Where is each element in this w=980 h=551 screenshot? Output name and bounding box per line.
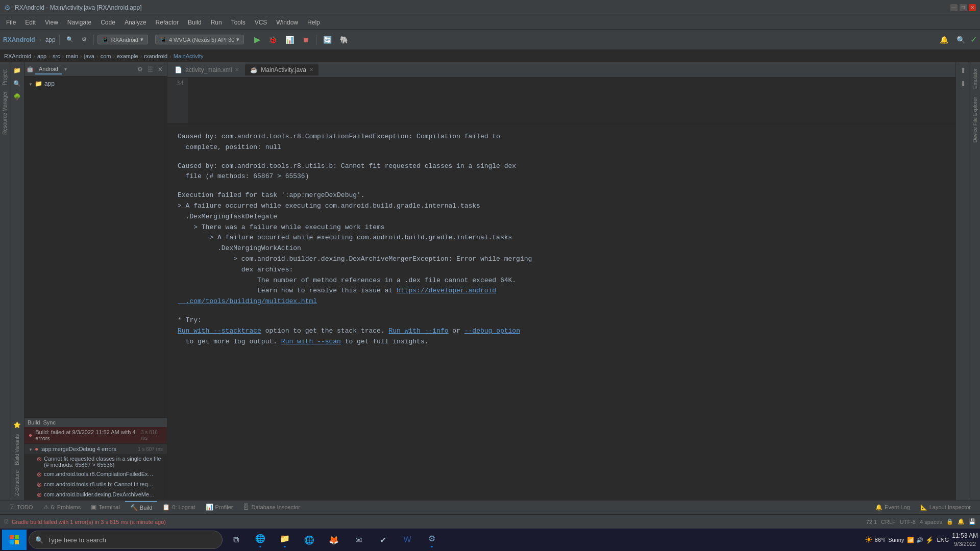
- minimize-button[interactable]: —: [950, 4, 958, 11]
- run-info-link[interactable]: Run with --info: [388, 327, 448, 335]
- battery-icon[interactable]: ⚡: [925, 536, 934, 544]
- task-view-btn[interactable]: ⧉: [225, 530, 247, 550]
- profiler-tab[interactable]: 📊 Profiler: [201, 502, 238, 513]
- menu-vcs[interactable]: VCS: [251, 17, 272, 28]
- chrome-app[interactable]: 🌐: [298, 530, 321, 550]
- volume-icon[interactable]: 🔊: [916, 537, 923, 543]
- breadcrumb-src[interactable]: src: [53, 53, 60, 59]
- settings-icon-btn[interactable]: ⚙: [79, 33, 90, 47]
- word-app[interactable]: W: [396, 530, 419, 550]
- menu-window[interactable]: Window: [272, 17, 302, 28]
- merge-task-item[interactable]: ● :app:mergeDexDebug 4 errors 1 s 607 ms: [24, 444, 167, 454]
- android-tab[interactable]: Android: [35, 64, 62, 74]
- debug-button[interactable]: 🐞: [265, 33, 280, 47]
- firefox-app[interactable]: 🦊: [323, 530, 345, 550]
- layout-inspector-tab[interactable]: 📐 Layout Inspector: [915, 502, 976, 513]
- breadcrumb-com[interactable]: com: [101, 53, 111, 59]
- search-everywhere-button[interactable]: 🔍: [63, 33, 77, 47]
- start-button[interactable]: [2, 530, 27, 550]
- breadcrumb-main[interactable]: main: [66, 53, 78, 59]
- terminal-tab[interactable]: ▣ Terminal: [86, 502, 125, 513]
- menu-run[interactable]: Run: [207, 17, 226, 28]
- todo-tab[interactable]: ☑ TODO: [4, 502, 38, 513]
- menu-view[interactable]: View: [41, 17, 62, 28]
- main-activity-tab[interactable]: ☕ MainActivity.java ✕: [245, 64, 318, 76]
- event-log-tab[interactable]: 🔔 Event Log: [870, 502, 915, 513]
- favorites-icon[interactable]: ⭐: [11, 419, 23, 431]
- search-button[interactable]: 🔍: [953, 33, 968, 47]
- device-selector[interactable]: 📱 4 WVGA (Nexus 5) API 30 ▾: [155, 35, 244, 44]
- main-activity-close[interactable]: ✕: [309, 67, 313, 72]
- find-icon[interactable]: 🔍: [11, 78, 23, 90]
- structure-icon[interactable]: 🌳: [11, 91, 23, 103]
- run-scan-link[interactable]: Run with --scan: [281, 338, 341, 345]
- breadcrumb-mainactivity[interactable]: MainActivity: [174, 53, 204, 59]
- menu-analyze[interactable]: Analyze: [120, 17, 151, 28]
- download-icon[interactable]: ⬇: [957, 78, 969, 90]
- menu-file[interactable]: File: [2, 17, 20, 28]
- problems-tab[interactable]: ⚠ 6: Problems: [38, 502, 86, 513]
- tab-dropdown-icon[interactable]: ▾: [64, 66, 67, 72]
- maximize-button[interactable]: □: [960, 4, 967, 11]
- menu-tools[interactable]: Tools: [227, 17, 250, 28]
- android-studio-app[interactable]: ⚙: [421, 530, 443, 550]
- stop-button[interactable]: ⏹: [299, 33, 312, 47]
- error-item-2[interactable]: ⊗ com.android.tools.r8.CompilationFailed…: [24, 469, 167, 480]
- mail-app[interactable]: ✉: [347, 530, 370, 550]
- todo-app[interactable]: ✔: [372, 530, 394, 550]
- panel-close-btn[interactable]: ✕: [156, 65, 165, 74]
- error-item-4[interactable]: ⊗ com.android.builder.dexing.DexArchiveM…: [24, 490, 167, 500]
- emulator-tab[interactable]: Emulator: [971, 64, 979, 93]
- upload-icon[interactable]: ⬆: [957, 64, 969, 77]
- menu-build[interactable]: Build: [184, 17, 206, 28]
- breadcrumb-java[interactable]: java: [84, 53, 94, 59]
- menu-help[interactable]: Help: [303, 17, 324, 28]
- multidex-link[interactable]: https://developer.android: [397, 287, 496, 294]
- logcat-tab[interactable]: 📋 0: Logcat: [157, 502, 200, 513]
- module-selector[interactable]: 📱 RXAndroid ▾: [97, 35, 148, 44]
- run-stacktrace-link[interactable]: Run with --stacktrace: [178, 327, 261, 335]
- build-tab[interactable]: 🔨 Build: [125, 501, 157, 513]
- breadcrumb-rxandroid2[interactable]: rxandroid: [144, 53, 167, 59]
- sync-button[interactable]: 🔄: [320, 33, 335, 47]
- tree-app-item[interactable]: 📁 app: [24, 79, 167, 89]
- breadcrumb-example[interactable]: example: [117, 53, 138, 59]
- edge-app[interactable]: 🌐: [249, 530, 272, 550]
- breadcrumb-rxandroid[interactable]: RXAndroid: [4, 53, 31, 59]
- menu-edit[interactable]: Edit: [21, 17, 40, 28]
- taskbar-search-box[interactable]: 🔍 Type here to search: [29, 531, 223, 549]
- breadcrumb-app[interactable]: app: [37, 53, 46, 59]
- explorer-app[interactable]: 📁: [274, 530, 296, 550]
- z-structure-tab[interactable]: Z-Structure: [13, 468, 21, 498]
- error-item-1[interactable]: ⊗ Cannot fit requested classes in a sing…: [24, 454, 167, 469]
- activity-main-tab[interactable]: 📄 activity_main.xml ✕: [169, 64, 244, 76]
- multidex-link-2[interactable]: .com/tools/building/multidex.html: [178, 297, 317, 305]
- menu-refactor[interactable]: Refactor: [152, 17, 183, 28]
- wifi-icon[interactable]: 📶: [907, 537, 914, 543]
- profile-button[interactable]: 📊: [282, 33, 297, 47]
- activity-main-close[interactable]: ✕: [235, 67, 239, 72]
- menu-code[interactable]: Code: [96, 17, 119, 28]
- project-tab[interactable]: Project: [1, 66, 9, 88]
- run-button[interactable]: ▶: [251, 33, 263, 47]
- title-bar-controls[interactable]: — □ ✕: [950, 4, 976, 11]
- build-variants-tab[interactable]: Build Variants: [13, 432, 21, 467]
- device-file-explorer-tab[interactable]: Device File Explorer: [971, 93, 979, 146]
- error-item-3[interactable]: ⊗ com.android.tools.r8.utils.b: Cannot f…: [24, 480, 167, 490]
- panel-layout-btn[interactable]: ☰: [145, 65, 155, 74]
- project-icon[interactable]: 📁: [11, 64, 23, 77]
- line-col-label[interactable]: 72:1: [866, 519, 877, 525]
- indent-label[interactable]: 4 spaces: [920, 519, 942, 525]
- debug-option-link[interactable]: --debug option: [464, 327, 520, 335]
- close-button[interactable]: ✕: [969, 4, 976, 11]
- crlf-label[interactable]: CRLF: [881, 519, 896, 525]
- notifications-button[interactable]: 🔔: [937, 33, 951, 47]
- database-inspector-tab[interactable]: 🗄 Database Inspector: [238, 502, 305, 513]
- gradle-button[interactable]: 🐘: [337, 33, 352, 47]
- taskbar-clock[interactable]: 11:53 AM 9/3/2022: [952, 532, 978, 548]
- encoding-label[interactable]: UTF-8: [900, 519, 916, 525]
- panel-settings-btn[interactable]: ⚙: [135, 65, 144, 74]
- menu-navigate[interactable]: Navigate: [63, 17, 95, 28]
- weather-widget[interactable]: ☀ 86°F Sunny: [865, 534, 904, 545]
- resource-manager-tab[interactable]: Resource Manager: [1, 88, 9, 138]
